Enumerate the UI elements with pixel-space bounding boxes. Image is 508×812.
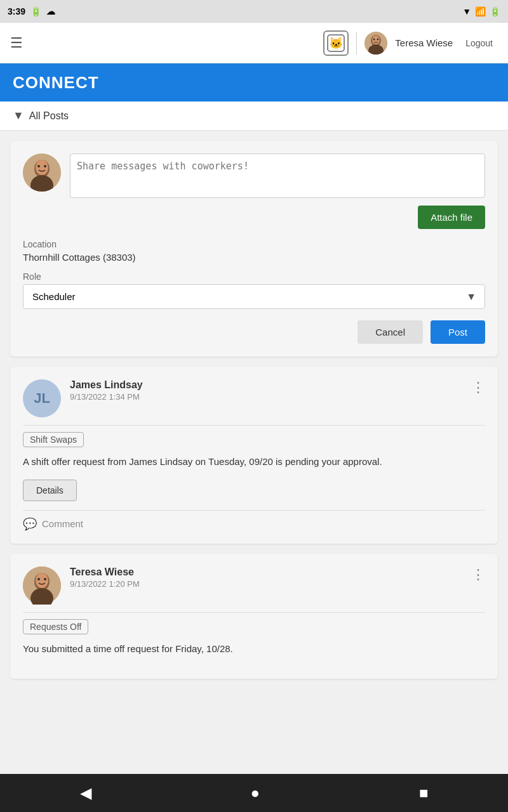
svg-point-19: [44, 578, 46, 580]
composer-actions: Cancel Post: [23, 320, 485, 344]
details-button[interactable]: Details: [23, 480, 77, 501]
post-author-avatar: JL: [23, 379, 61, 417]
filter-icon: ▼: [13, 109, 24, 122]
post-header: JL James Lindsay 9/13/2022 1:34 PM ⋮: [23, 379, 485, 417]
svg-point-5: [372, 36, 380, 44]
app-title: CONNECT: [13, 73, 99, 93]
comment-bar[interactable]: 💬 Comment: [23, 510, 485, 531]
top-nav-left: ☰: [10, 35, 23, 51]
svg-point-7: [377, 38, 379, 40]
post-divider: [23, 425, 485, 426]
svg-text:🐱: 🐱: [329, 36, 344, 50]
composer-avatar: [23, 154, 61, 192]
comment-label: Comment: [42, 518, 83, 529]
main-content: Attach file Location Thornhill Cottages …: [0, 131, 508, 689]
post-tag: Shift Swaps: [23, 432, 84, 447]
post-body-2: You submitted a time off request for Fri…: [23, 642, 485, 657]
message-input[interactable]: [70, 154, 485, 198]
post-card: JL James Lindsay 9/13/2022 1:34 PM ⋮ Shi…: [10, 367, 498, 544]
filter-label: All Posts: [29, 110, 69, 122]
svg-point-18: [37, 578, 40, 580]
status-time: 3:39: [8, 6, 25, 16]
menu-button[interactable]: ☰: [10, 35, 23, 51]
user-avatar: [364, 32, 387, 55]
signal-icon: 📶: [475, 6, 486, 16]
location-label: Location: [23, 239, 485, 249]
svg-point-11: [36, 160, 48, 175]
post-header-2: Teresa Wiese 9/13/2022 1:20 PM ⋮: [23, 566, 485, 605]
post-meta: James Lindsay 9/13/2022 1:34 PM: [70, 379, 462, 402]
status-bar: 3:39 🔋 ☁ ▼ 📶 🔋: [0, 0, 508, 23]
svg-point-12: [37, 165, 40, 167]
post-author-avatar-2: [23, 566, 61, 605]
app-logo: 🐱: [323, 30, 349, 56]
post-options-button[interactable]: ⋮: [471, 379, 485, 396]
nav-divider: [356, 32, 357, 55]
post-card-2: Teresa Wiese 9/13/2022 1:20 PM ⋮ Request…: [10, 554, 498, 679]
recents-button[interactable]: ■: [404, 779, 444, 807]
svg-point-17: [36, 573, 48, 588]
status-bar-right: ▼ 📶 🔋: [462, 6, 500, 16]
filter-bar[interactable]: ▼ All Posts: [0, 102, 508, 131]
post-button[interactable]: Post: [431, 320, 485, 344]
composer-card: Attach file Location Thornhill Cottages …: [10, 141, 498, 357]
wifi-icon: ▼: [462, 6, 471, 16]
cloud-icon: ☁: [46, 6, 55, 16]
post-meta-2: Teresa Wiese 9/13/2022 1:20 PM: [70, 566, 462, 589]
post-timestamp: 9/13/2022 1:34 PM: [70, 392, 462, 402]
post-author-name-2: Teresa Wiese: [70, 566, 462, 578]
post-body: A shift offer request from James Lindsay…: [23, 455, 485, 469]
role-label: Role: [23, 272, 485, 282]
top-nav-right: 🐱 Teresa Wiese Logout: [323, 30, 498, 56]
post-tag-2: Requests Off: [23, 619, 88, 634]
battery-full-icon: 🔋: [490, 6, 500, 16]
battery-icon: 🔋: [30, 6, 41, 16]
location-value: Thornhill Cottages (38303): [23, 252, 485, 263]
cancel-button[interactable]: Cancel: [358, 320, 423, 344]
logout-button[interactable]: Logout: [460, 36, 498, 51]
post-timestamp-2: 9/13/2022 1:20 PM: [70, 579, 462, 589]
comment-icon: 💬: [23, 517, 37, 531]
user-name-label: Teresa Wiese: [395, 37, 453, 48]
back-button[interactable]: ◀: [65, 779, 107, 807]
composer-top: [23, 154, 485, 198]
svg-point-6: [373, 38, 375, 40]
post-options-button-2[interactable]: ⋮: [471, 566, 485, 583]
role-select[interactable]: Scheduler Manager Employee: [23, 284, 485, 309]
app-header: CONNECT: [0, 63, 508, 102]
top-nav: ☰ 🐱 Teresa Wiese Logout: [0, 23, 508, 63]
composer-location: Location Thornhill Cottages (38303): [23, 239, 485, 263]
home-button[interactable]: ●: [236, 779, 276, 807]
cat-logo-icon: 🐱: [326, 34, 345, 53]
svg-point-13: [44, 165, 46, 167]
post-divider-2: [23, 612, 485, 613]
bottom-nav: ◀ ● ■: [0, 774, 508, 812]
avatar-initials: JL: [34, 390, 50, 407]
attach-file-button[interactable]: Attach file: [418, 206, 485, 229]
post-author-name: James Lindsay: [70, 379, 462, 391]
role-select-wrapper: Scheduler Manager Employee ▼: [23, 284, 485, 309]
status-bar-left: 3:39 🔋 ☁: [8, 6, 55, 16]
